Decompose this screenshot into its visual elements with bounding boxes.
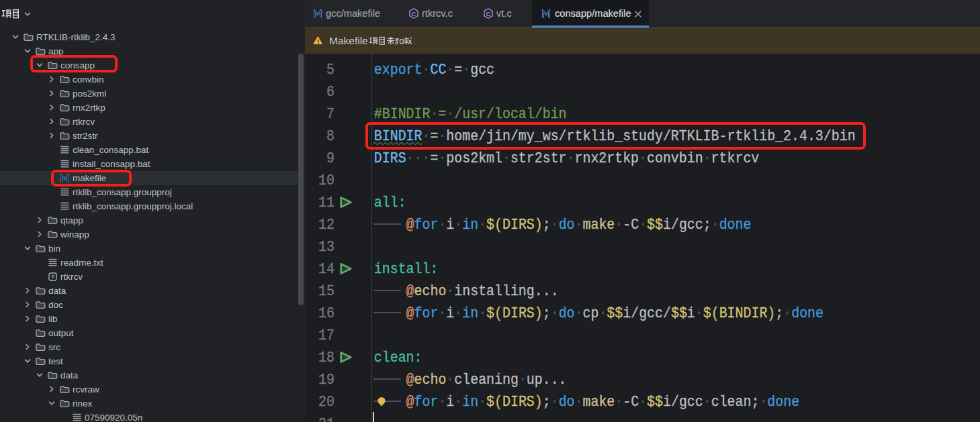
- svg-text:?: ?: [50, 273, 54, 280]
- svg-text:C: C: [412, 10, 416, 17]
- svg-text:C: C: [486, 10, 491, 17]
